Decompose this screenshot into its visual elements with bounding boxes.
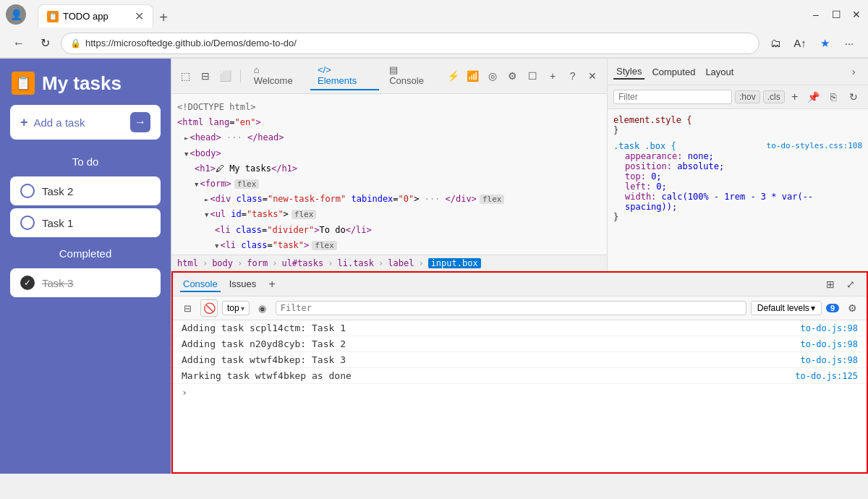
issues-tab[interactable]: Issues [226, 277, 260, 292]
styles-filter-input[interactable] [613, 90, 732, 104]
console-add-tab-button[interactable]: + [265, 277, 279, 291]
levels-arrow-icon: ▾ [811, 303, 815, 313]
task-checkbox-2[interactable] [20, 184, 35, 198]
context-label: top [227, 303, 239, 313]
log-line-1: Adding task scpl14ctm: Task 1 to-do.js:9… [173, 320, 867, 336]
log-source-2[interactable]: to-do.js:98 [801, 339, 858, 349]
device-mode-icon[interactable]: ⊟ [197, 67, 215, 85]
address-bar: ← ↻ 🔒 https://microsoftedge.github.io/De… [0, 29, 868, 58]
device-icon[interactable]: ⬜ [217, 67, 234, 85]
bc-input[interactable]: input.box [428, 258, 481, 268]
console-context-selector[interactable]: top ▾ [222, 301, 250, 315]
inspect-mode-icon[interactable]: ⬚ [177, 67, 195, 85]
styles-cls-button[interactable]: .cls [763, 90, 785, 103]
task-box-rule: .task .box { to-do-styles.css:108 appear… [613, 141, 862, 222]
back-button[interactable]: ← [9, 33, 29, 54]
layout-tab[interactable]: Layout [702, 65, 736, 79]
performance-icon[interactable]: ⚡ [444, 67, 461, 85]
task-item-2[interactable]: Task 2 [10, 176, 161, 205]
add-task-button[interactable]: + Add a task → [10, 105, 161, 140]
task-checkbox-1[interactable] [20, 216, 35, 230]
address-input[interactable]: 🔒 https://microsoftedge.github.io/Demos/… [61, 33, 760, 54]
close-button[interactable]: ✕ [851, 9, 862, 20]
refresh-button[interactable]: ↻ [35, 33, 55, 54]
task-text-2: Task 2 [42, 185, 73, 197]
window-controls: – ☐ ✕ [810, 9, 862, 20]
styles-refresh-button[interactable]: ↻ [845, 88, 862, 106]
devtools-close-button[interactable]: ✕ [584, 67, 601, 85]
title-bar: 👤 📋 TODO app ✕ + – ☐ ✕ [0, 0, 868, 29]
active-tab[interactable]: 📋 TODO app ✕ [38, 4, 153, 27]
task-item-1[interactable]: Task 1 [10, 208, 161, 237]
bc-ul[interactable]: ul#tasks [281, 258, 323, 268]
add-task-label: + Add a task [20, 115, 85, 130]
log-source-1[interactable]: to-do.js:98 [801, 323, 858, 333]
console-filter-input[interactable] [276, 301, 746, 315]
console-levels-selector[interactable]: Default levels ▾ [751, 301, 822, 315]
task-checkbox-3[interactable]: ✓ [20, 276, 35, 290]
avatar: 👤 [6, 4, 26, 25]
styles-add-button[interactable]: + [788, 90, 802, 104]
bc-form[interactable]: form [247, 258, 268, 268]
styles-pin-button[interactable]: 📌 [805, 88, 822, 106]
console-settings-icon[interactable]: ⚙ [843, 299, 861, 317]
new-tab-button[interactable]: + [153, 7, 174, 27]
log-source-4[interactable]: to-do.js:125 [795, 371, 858, 381]
bc-sep-4: › [328, 258, 333, 268]
todo-title: My tasks [42, 72, 122, 95]
styles-copy-button[interactable]: ⎘ [825, 88, 842, 106]
more-tools-button[interactable]: + [544, 67, 561, 85]
console-sidebar-icon[interactable]: ⊞ [822, 276, 839, 293]
browser-pane-icon[interactable]: ☐ [524, 67, 542, 85]
console-panel: Console Issues + ⊞ ⤢ ⊟ 🚫 top ▾ ◉ Default [171, 271, 868, 474]
devtools-elements-tab[interactable]: </> Elements [310, 61, 379, 90]
styles-more-button[interactable]: › [845, 63, 862, 80]
li-divider-line: <li class="divider">To do</li> [174, 223, 604, 238]
log-source-3[interactable]: to-do.js:98 [801, 355, 858, 365]
bc-li[interactable]: li.task [337, 258, 374, 268]
console-prompt[interactable]: › [173, 384, 867, 401]
console-no-errors-button[interactable]: 🚫 [200, 299, 218, 317]
task-item-3[interactable]: ✓ Task 3 [10, 268, 161, 297]
collections-icon[interactable]: 🗂 [765, 33, 786, 54]
devtools-top: ⬚ ⊟ ⬜ ⌂ Welcome </> Elements ▤ Console ⚡… [171, 59, 868, 271]
maximize-button[interactable]: ☐ [830, 9, 842, 20]
styles-tab[interactable]: Styles [613, 64, 644, 80]
bc-body[interactable]: body [212, 258, 233, 268]
todo-section-label: To do [0, 151, 171, 174]
styles-source-link[interactable]: to-do-styles.css:108 [767, 141, 862, 150]
more-button[interactable]: ··· [839, 33, 859, 54]
levels-label: Default levels [757, 303, 809, 313]
console-message-count: 9 [826, 304, 839, 312]
minimize-button[interactable]: – [810, 9, 822, 20]
bc-html[interactable]: html [177, 258, 198, 268]
styles-panel: Styles Computed Layout › :hov .cls + 📌 ⎘… [608, 59, 868, 271]
bc-label[interactable]: label [388, 258, 414, 268]
add-task-text: Add a task [34, 116, 85, 129]
devtools-welcome-tab[interactable]: ⌂ Welcome [247, 61, 307, 90]
elements-panel: ⬚ ⊟ ⬜ ⌂ Welcome </> Elements ▤ Console ⚡… [171, 59, 608, 271]
ul-line: ▼<ul id="tasks">flex [174, 207, 604, 222]
devtools-console-tab[interactable]: ▤ Console [382, 61, 441, 90]
computed-tab[interactable]: Computed [649, 65, 698, 79]
bc-sep-1: › [203, 258, 208, 268]
todo-logo: 📋 [12, 72, 35, 95]
settings-icon[interactable]: ⚙ [504, 67, 522, 85]
console-clear-button[interactable]: ⊟ [179, 299, 196, 317]
log-text-1: Adding task scpl14ctm: Task 1 [182, 323, 795, 333]
network-icon[interactable]: 📶 [464, 67, 482, 85]
console-filter-icon[interactable]: ◉ [254, 299, 271, 317]
tab-close-button[interactable]: ✕ [135, 9, 144, 23]
task-box-selector[interactable]: .task .box { [613, 141, 676, 151]
help-button[interactable]: ? [564, 67, 582, 85]
sources-icon[interactable]: ◎ [485, 67, 502, 85]
console-tab[interactable]: Console [180, 277, 221, 292]
width-prop: width: [613, 192, 662, 202]
main-area: 📋 My tasks + Add a task → To do Task 2 T… [0, 59, 868, 474]
todo-header: 📋 My tasks [0, 59, 171, 105]
read-aloud-icon[interactable]: A↑ [790, 33, 810, 54]
styles-pseudo-button[interactable]: :hov [735, 90, 760, 103]
favorites-icon[interactable]: ★ [814, 33, 835, 54]
console-expand-icon[interactable]: ⤢ [842, 276, 859, 293]
log-text-2: Adding task n20yd8cyb: Task 2 [182, 338, 795, 349]
